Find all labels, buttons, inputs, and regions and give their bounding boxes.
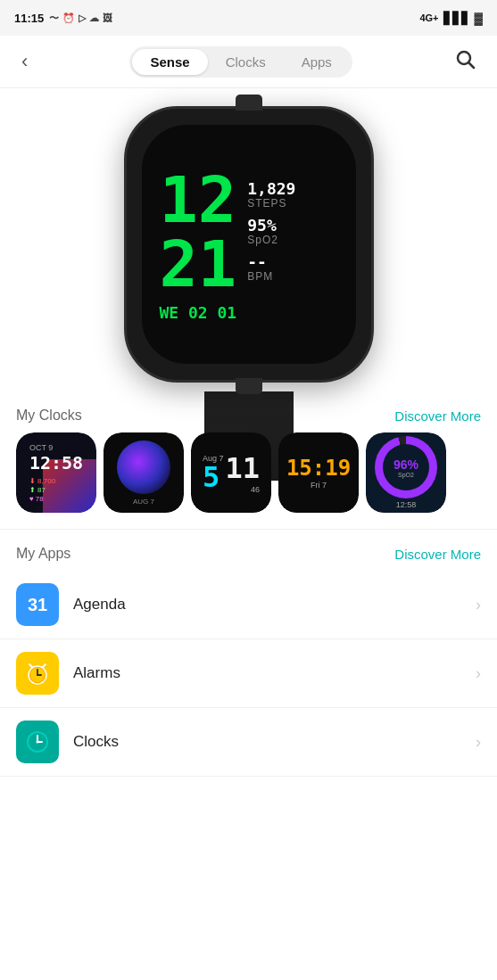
clock1-time: 12:58 <box>29 452 83 474</box>
steps-label: STEPS <box>247 198 337 210</box>
clocks-app-name: Clocks <box>73 733 476 751</box>
agenda-icon: 31 <box>16 583 59 626</box>
network-icon: 4G+ <box>419 12 438 23</box>
alarms-name: Alarms <box>73 664 476 682</box>
alarms-icon-svg <box>24 660 51 687</box>
svg-line-7 <box>43 664 46 667</box>
status-right: 4G+ ▋▋▋ ▓ <box>419 12 483 25</box>
my-clocks-title: My Clocks <box>16 408 82 424</box>
watch-time-display: 12 21 <box>160 168 237 296</box>
tab-apps[interactable]: Apps <box>284 49 350 75</box>
clock-thumb-4[interactable]: 15:19 Fri 7 <box>278 432 359 513</box>
clock4-day: Fri 7 <box>311 481 327 490</box>
battery-saver-icon: ▷ <box>79 12 86 24</box>
watch-preview: 12 21 1,829 STEPS 95% SpO2 -- <box>0 88 497 391</box>
agenda-chevron: › <box>476 596 481 614</box>
svg-line-6 <box>29 664 32 667</box>
clock-thumb-5[interactable]: 96% SpO2 12:58 <box>366 432 446 513</box>
clock5-label: SpO2 <box>398 472 414 478</box>
clocks-icon-svg <box>24 729 51 755</box>
spo2-stat: 95% SpO2 <box>247 217 337 246</box>
alarms-chevron: › <box>476 664 481 683</box>
apps-discover-more[interactable]: Discover More <box>394 547 481 562</box>
search-button[interactable] <box>447 45 483 78</box>
watch-face: 12 21 1,829 STEPS 95% SpO2 -- <box>160 168 338 296</box>
back-button[interactable]: ‹ <box>14 46 35 77</box>
app-item-alarms[interactable]: Alarms › <box>0 639 497 708</box>
header: ‹ Sense Clocks Apps <box>0 36 497 88</box>
clocks-row: OCT 9 12:58 ⬇ 8,700 ⬆ 87 ♥ 78 AUG 7 Aug … <box>0 432 497 529</box>
app-item-clocks[interactable]: Clocks › <box>0 708 497 777</box>
clock-thumb-1[interactable]: OCT 9 12:58 ⬇ 8,700 ⬆ 87 ♥ 78 <box>16 432 96 513</box>
clock5-arc: 96% SpO2 <box>375 436 437 498</box>
clocks-chevron: › <box>476 733 481 752</box>
bpm-label: BPM <box>247 271 337 283</box>
clock3-nums2: 11 46 <box>226 451 261 494</box>
alarms-icon <box>16 652 59 695</box>
spo2-value: 95% <box>247 217 337 235</box>
clock3-num1: 5 <box>203 463 224 491</box>
watch-body: 12 21 1,829 STEPS 95% SpO2 -- <box>124 106 374 383</box>
agenda-name: Agenda <box>73 596 476 614</box>
status-time: 11:15 〜 ⏰ ▷ ☁ 🖼 <box>14 12 112 25</box>
clock3-nums: Aug 7 5 <box>203 454 224 491</box>
clock1-content: OCT 9 12:58 ⬇ 8,700 ⬆ 87 ♥ 78 <box>22 436 90 510</box>
status-bar: 11:15 〜 ⏰ ▷ ☁ 🖼 4G+ ▋▋▋ ▓ <box>0 0 497 36</box>
battery-icon: ▓ <box>475 12 483 25</box>
agenda-icon-text: 31 <box>28 595 47 615</box>
spo2-label: SpO2 <box>247 235 337 246</box>
clock1-stats: ⬇ 8,700 ⬆ 87 ♥ 78 <box>29 477 55 503</box>
watch-minute: 21 <box>160 232 237 296</box>
svg-point-12 <box>37 741 39 744</box>
clocks-discover-more[interactable]: Discover More <box>394 408 481 424</box>
tab-bar: Sense Clocks Apps <box>129 46 352 78</box>
watch-stats: 1,829 STEPS 95% SpO2 -- BPM <box>236 180 337 283</box>
clock3-num2: 11 <box>226 451 261 485</box>
clock5-pct: 96% <box>393 457 418 472</box>
bpm-value: -- <box>247 253 337 271</box>
sim-icon: 〜 <box>49 12 59 25</box>
clock2-circle <box>117 441 170 494</box>
cloud-icon: ☁ <box>89 12 99 24</box>
clocks-app-icon <box>16 721 59 763</box>
time-display: 11:15 <box>14 12 44 25</box>
clock-thumb-2[interactable]: AUG 7 <box>104 432 184 513</box>
app-item-agenda[interactable]: 31 Agenda › <box>0 571 497 639</box>
status-left-icons: 〜 ⏰ ▷ ☁ 🖼 <box>49 12 112 25</box>
clock-thumb-3[interactable]: Aug 7 5 11 46 <box>191 432 271 513</box>
my-clocks-header: My Clocks Discover More <box>0 391 497 432</box>
watch-wrapper: 12 21 1,829 STEPS 95% SpO2 -- <box>124 106 374 383</box>
my-apps-title: My Apps <box>16 546 70 562</box>
clock5-time: 12:58 <box>396 500 417 509</box>
tab-sense[interactable]: Sense <box>132 49 207 75</box>
watch-screen: 12 21 1,829 STEPS 95% SpO2 -- <box>142 125 356 364</box>
watch-date: WE 02 01 <box>160 303 237 322</box>
steps-stat: 1,829 STEPS <box>247 180 337 210</box>
my-apps-header: My Apps Discover More <box>0 530 497 571</box>
bpm-stat: -- BPM <box>247 253 337 283</box>
svg-line-1 <box>469 63 475 69</box>
clock1-date: OCT 9 <box>29 443 53 452</box>
clock5-inner: 96% SpO2 <box>383 444 429 490</box>
alarm-icon: ⏰ <box>62 12 75 24</box>
clock2-date: AUG 7 <box>133 498 154 506</box>
signal-icon: ▋▋▋ <box>443 12 470 25</box>
watch-bottom: WE 02 01 <box>160 303 338 322</box>
image-icon: 🖼 <box>103 12 112 23</box>
watch-hour: 12 <box>160 168 237 232</box>
steps-value: 1,829 <box>247 180 337 198</box>
clock4-time: 15:19 <box>286 456 351 481</box>
my-apps-section: My Apps Discover More 31 Agenda › Alarms… <box>0 530 497 786</box>
tab-clocks[interactable]: Clocks <box>208 49 284 75</box>
